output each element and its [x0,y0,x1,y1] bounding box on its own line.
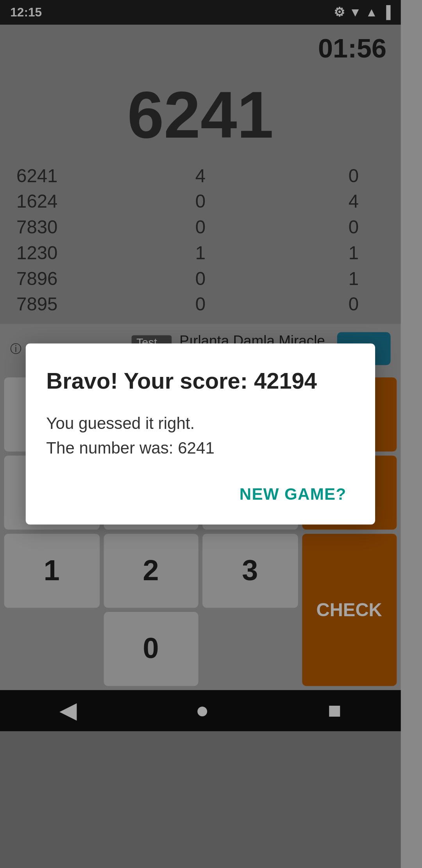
dialog-overlay: Bravo! Your score: 42194 You guessed it … [0,0,401,868]
new-game-dialog-button[interactable]: NEW GAME? [231,481,355,508]
dialog-line2: The number was: 6241 [46,439,214,457]
dialog-line1: You guessed it right. [46,414,195,432]
result-dialog: Bravo! Your score: 42194 You guessed it … [26,344,375,525]
dialog-body: You guessed it right. The number was: 62… [46,411,354,461]
dialog-title: Bravo! Your score: 42194 [46,368,354,395]
dialog-actions: NEW GAME? [46,481,354,508]
